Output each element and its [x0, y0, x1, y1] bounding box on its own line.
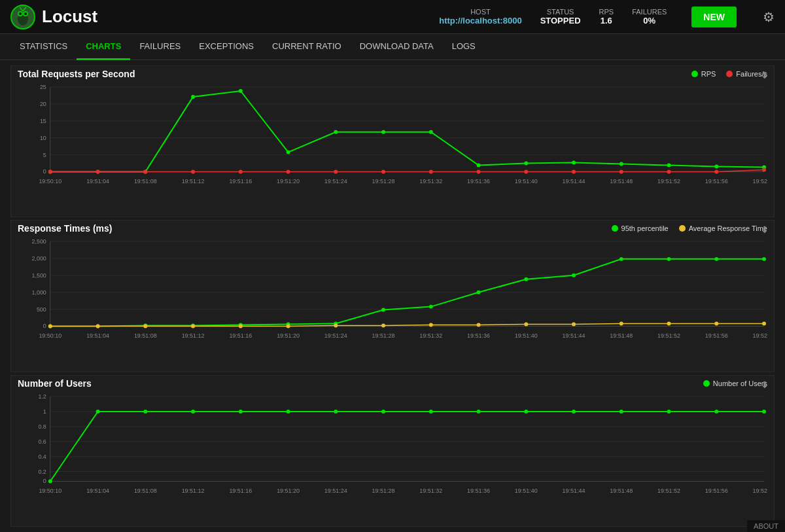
svg-point-25 [191, 95, 195, 99]
logo-icon [10, 5, 35, 29]
svg-point-52 [714, 170, 718, 174]
svg-point-154 [334, 410, 338, 414]
svg-point-151 [191, 410, 195, 414]
svg-text:19:52:00: 19:52:00 [753, 333, 767, 340]
svg-text:19:51:20: 19:51:20 [277, 488, 300, 494]
svg-text:19:51:24: 19:51:24 [324, 488, 347, 494]
rps-chart-container: Total Requests per Second RPS Failures/s… [10, 65, 775, 217]
svg-text:0.6: 0.6 [38, 438, 46, 444]
svg-point-112 [619, 322, 623, 326]
failures-value: 0% [632, 16, 667, 26]
svg-point-39 [96, 170, 100, 174]
svg-text:19:51:44: 19:51:44 [563, 488, 585, 494]
svg-text:19:51:36: 19:51:36 [467, 333, 490, 340]
charts-area: Total Requests per Second RPS Failures/s… [0, 60, 785, 532]
response-legend-95th: 95th percentile [612, 224, 669, 232]
app-title: Locust [42, 7, 97, 27]
svg-text:19:51:16: 19:51:16 [229, 333, 252, 340]
svg-point-42 [239, 170, 243, 174]
svg-point-158 [524, 410, 528, 414]
host-label: HOST [439, 8, 521, 16]
svg-point-92 [429, 305, 433, 309]
svg-text:19:51:16: 19:51:16 [229, 488, 252, 494]
nav-item-statistics[interactable]: STATISTICS [10, 34, 77, 60]
svg-point-108 [429, 323, 433, 327]
rps-value: 1.6 [599, 16, 614, 26]
nav-item-logs[interactable]: LOGS [443, 34, 485, 60]
host-meta: HOST http://localhost:8000 [439, 8, 521, 26]
svg-text:19:51:28: 19:51:28 [372, 178, 395, 185]
svg-text:19:51:52: 19:51:52 [657, 178, 680, 185]
svg-text:1,500: 1,500 [31, 272, 46, 279]
svg-point-36 [714, 165, 718, 169]
response-chart-svg-wrap: 2,500 2,000 1,500 1,000 500 0 [11, 235, 774, 349]
svg-point-38 [48, 170, 52, 174]
svg-text:19:51:24: 19:51:24 [324, 333, 347, 340]
svg-point-4 [19, 12, 22, 15]
svg-point-102 [143, 325, 147, 328]
users-chart-legend: Number of Users [703, 380, 767, 387]
svg-text:0: 0 [43, 168, 46, 175]
rps-label: RPS [599, 8, 614, 16]
svg-point-110 [524, 323, 528, 327]
svg-text:19:51:36: 19:51:36 [467, 488, 490, 494]
svg-text:19:51:04: 19:51:04 [86, 333, 109, 340]
users-legend-label: Number of Users [713, 380, 767, 387]
svg-text:19:51:32: 19:51:32 [419, 488, 442, 494]
svg-point-30 [429, 130, 433, 134]
svg-point-111 [572, 323, 576, 327]
response-chart-container: Response Times (ms) 95th percentile Aver… [10, 220, 775, 372]
svg-point-44 [334, 170, 338, 174]
svg-point-98 [714, 257, 718, 261]
response-chart-legend: 95th percentile Average Response Time [612, 224, 767, 232]
host-value: http://localhost:8000 [439, 16, 521, 26]
nav-item-download-data[interactable]: DOWNLOAD DATA [351, 34, 443, 60]
failures-label: FAILURES [632, 8, 667, 16]
svg-text:19:51:44: 19:51:44 [563, 333, 585, 340]
nav-item-current-ratio[interactable]: CURRENT RATIO [263, 34, 351, 60]
svg-point-40 [143, 170, 147, 174]
about-link[interactable]: ABOUT [754, 522, 778, 530]
nav-item-failures[interactable]: FAILURES [130, 34, 190, 60]
failures-meta: FAILURES 0% [632, 8, 667, 26]
svg-point-95 [572, 274, 576, 277]
svg-text:19:51:24: 19:51:24 [324, 178, 347, 185]
status-meta: STATUS STOPPED [540, 8, 581, 26]
rps-chart-title: Total Requests per Second [18, 69, 135, 79]
status-label: STATUS [540, 8, 581, 16]
rps-legend-rps: RPS [691, 70, 716, 78]
users-legend-item: Number of Users [703, 380, 767, 387]
nav-item-charts[interactable]: CHARTS [77, 34, 130, 60]
nav-item-exceptions[interactable]: EXCEPTIONS [190, 34, 263, 60]
svg-text:19:51:40: 19:51:40 [515, 178, 538, 185]
svg-point-152 [239, 410, 243, 414]
svg-text:19:51:12: 19:51:12 [182, 488, 205, 494]
svg-point-106 [334, 324, 338, 328]
svg-text:19:51:32: 19:51:32 [419, 178, 442, 185]
svg-point-163 [762, 410, 766, 414]
svg-text:0.8: 0.8 [38, 423, 46, 429]
response-download-icon[interactable]: ⬇ [761, 224, 769, 235]
svg-text:19:51:56: 19:51:56 [705, 488, 728, 494]
svg-point-93 [477, 291, 481, 294]
percentile-dot [612, 225, 618, 232]
users-download-icon[interactable]: ⬇ [761, 380, 769, 390]
users-chart-container: Number of Users Number of Users ⬇ 1 [10, 375, 775, 527]
svg-point-105 [287, 325, 290, 328]
users-chart-title: Number of Users [18, 378, 92, 389]
svg-point-46 [429, 170, 433, 174]
svg-text:0.2: 0.2 [38, 468, 46, 474]
svg-point-100 [48, 325, 52, 328]
settings-icon[interactable]: ⚙ [763, 9, 775, 25]
svg-text:19:51:08: 19:51:08 [134, 178, 157, 185]
rps-download-icon[interactable]: ⬇ [761, 70, 769, 80]
svg-point-157 [477, 410, 481, 414]
svg-text:19:51:40: 19:51:40 [515, 333, 538, 340]
svg-text:15: 15 [40, 118, 46, 124]
svg-text:2,000: 2,000 [31, 255, 46, 262]
svg-point-28 [334, 130, 338, 134]
rps-dot [691, 71, 698, 77]
new-button[interactable]: NEW [691, 7, 737, 27]
svg-text:19:51:48: 19:51:48 [610, 178, 633, 185]
svg-text:19:52:00: 19:52:00 [753, 488, 767, 494]
